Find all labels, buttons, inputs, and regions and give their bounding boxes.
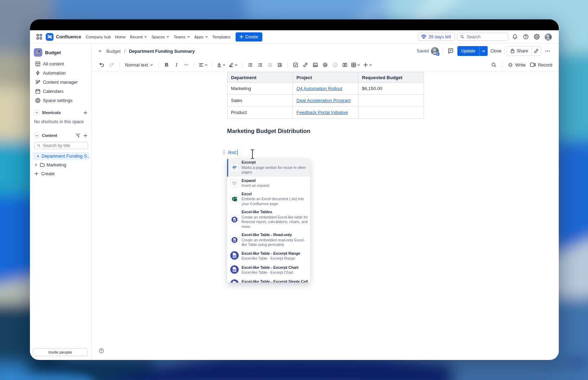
redo-button[interactable] [107, 60, 116, 69]
share-button[interactable]: Share [507, 46, 531, 56]
add-shortcut-icon[interactable] [83, 110, 88, 115]
tree-create-button[interactable]: Create [33, 169, 89, 178]
sidebar-item-automation[interactable]: Automation [30, 68, 91, 77]
page-link[interactable]: Deal Acceleration Program [296, 98, 351, 103]
collaborator-avatar[interactable]: K [431, 47, 439, 55]
settings-button[interactable] [532, 32, 541, 41]
collapse-content-button[interactable] [34, 133, 39, 138]
mention-button[interactable] [320, 60, 330, 69]
editor-help-button[interactable] [99, 348, 104, 355]
confluence-logo[interactable]: Confluence [46, 33, 81, 41]
editor-canvas[interactable]: Department Project Requested Budget Mark… [92, 71, 559, 360]
cell-budget[interactable] [358, 95, 424, 107]
menu-item-excerpt[interactable]: Excerpt Marks a page section for reuse i… [227, 158, 310, 177]
insert-link-button[interactable] [301, 60, 310, 69]
layouts-button[interactable] [340, 60, 349, 69]
global-search-input[interactable] [467, 34, 505, 39]
budget-table[interactable]: Department Project Requested Budget Mark… [227, 72, 424, 119]
notifications-button[interactable] [511, 32, 519, 41]
profile-button[interactable] [543, 32, 553, 42]
breadcrumb-space-link[interactable]: Budget [106, 49, 121, 54]
more-formatting-button[interactable] [182, 60, 191, 69]
nav-home[interactable]: Home [113, 33, 127, 41]
nav-recent[interactable]: Recent [128, 33, 149, 41]
page-link[interactable]: Q4 Automation Rollout [296, 86, 342, 91]
find-replace-button[interactable] [489, 60, 498, 69]
menu-item-excel[interactable]: X Excel Embeds an Excel document (.xls) … [227, 190, 310, 208]
text-style-select[interactable]: Normal text [123, 60, 155, 69]
nav-company-hub[interactable]: Company hub [84, 33, 113, 41]
cell-project[interactable]: Feedback Portal Initiative [293, 107, 358, 119]
add-content-icon[interactable] [83, 133, 88, 138]
slash-command-line[interactable]: /exc [223, 149, 238, 155]
slash-command-text[interactable]: /exc [228, 149, 238, 155]
excel-like-table-read-only-icon [230, 236, 239, 244]
nav-spaces[interactable]: Spaces [150, 33, 171, 41]
menu-item-excel-like-table-read-only[interactable]: Excel-like Table - Read-only Create an e… [227, 231, 310, 249]
menu-item-excel-like-table-excerpt-chart[interactable]: Excel-like Table - Excerpt Chart Excel-l… [227, 263, 310, 277]
sidebar-item-content-manager[interactable]: Content manager [30, 77, 91, 87]
help-button[interactable] [521, 32, 530, 41]
menu-item-expand[interactable]: Expand Insert an expand [227, 177, 310, 190]
cell-budget[interactable]: $6,150.00 [358, 83, 424, 95]
app-switcher-button[interactable] [35, 32, 44, 41]
title-search-input[interactable] [43, 143, 85, 148]
sidebar-item-calendars[interactable]: Calendars [30, 87, 91, 96]
cell-department[interactable]: Product [227, 107, 293, 119]
editor-toolbar: Normal text B I [92, 58, 559, 71]
comments-button[interactable] [446, 46, 455, 56]
copy-link-button[interactable] [531, 46, 541, 56]
column-header-department[interactable]: Department [227, 72, 293, 83]
trial-days-left-button[interactable]: 39 days left [418, 33, 455, 41]
nav-templates[interactable]: Templates [211, 33, 232, 41]
cell-department[interactable]: Marketing [227, 83, 293, 95]
menu-item-excel-like-table-excerpt-range[interactable]: Excel-like Table - Excerpt Range Excel-l… [227, 249, 310, 263]
menu-item-excel-like-tables[interactable]: Excel-like Tables Create an embedded Exc… [227, 208, 310, 231]
record-button[interactable]: Record [528, 60, 555, 69]
text-color-button[interactable] [215, 60, 227, 69]
close-button[interactable]: Close [490, 46, 502, 56]
sidebar-item-space-settings[interactable]: Space settings [30, 96, 91, 105]
highlight-color-button[interactable] [227, 60, 239, 69]
alignment-button[interactable] [198, 60, 209, 69]
tree-item-marketing[interactable]: Marketing [33, 160, 89, 169]
cell-department[interactable]: Sales [227, 95, 293, 107]
undo-button[interactable] [97, 60, 106, 69]
outdent-button[interactable] [265, 60, 274, 69]
filter-icon[interactable] [75, 133, 80, 138]
drag-handle-icon[interactable] [223, 150, 225, 155]
update-options-button[interactable] [479, 46, 488, 56]
cell-project[interactable]: Deal Acceleration Program [293, 95, 358, 107]
italic-button[interactable]: I [172, 60, 181, 69]
emoji-button[interactable] [330, 60, 339, 69]
nav-teams[interactable]: Teams [172, 33, 192, 41]
insert-table-button[interactable] [350, 60, 361, 69]
task-list-button[interactable] [291, 60, 300, 69]
tree-item-department-funding-summary[interactable]: Department Funding S... [33, 152, 89, 160]
page-link[interactable]: Feedback Portal Initiative [296, 110, 348, 115]
update-button[interactable]: Update [457, 46, 479, 56]
invite-people-button[interactable]: Invite people [33, 348, 88, 356]
column-header-project[interactable]: Project [293, 72, 358, 83]
ai-write-button[interactable]: Write [506, 60, 528, 69]
nav-apps[interactable]: Apps [193, 33, 210, 41]
collapse-page-tree-icon[interactable] [98, 49, 102, 53]
sidebar-title-search[interactable] [34, 142, 88, 149]
section-heading[interactable]: Marketing Budget Distribution [227, 128, 311, 134]
insert-more-button[interactable] [362, 60, 373, 69]
create-button[interactable]: Create [236, 32, 263, 42]
global-search[interactable] [457, 33, 508, 41]
column-header-requested-budget[interactable]: Requested Budget [358, 72, 424, 83]
more-actions-button[interactable] [543, 47, 552, 55]
bold-button[interactable]: B [162, 60, 171, 69]
collapse-shortcuts-button[interactable] [34, 110, 39, 115]
indent-button[interactable] [275, 60, 284, 69]
insert-image-button[interactable] [311, 60, 320, 69]
numbered-list-button[interactable]: 12 [255, 60, 264, 69]
cell-budget[interactable] [358, 107, 424, 119]
sidebar-item-all-content[interactable]: All content [30, 59, 91, 68]
menu-item-excel-like-table-excerpt-single-cell[interactable]: Excel-like Table - Excerpt Single Cell E… [227, 277, 310, 283]
bullet-list-button[interactable] [245, 60, 255, 69]
cell-project[interactable]: Q4 Automation Rollout [293, 83, 358, 95]
space-header[interactable]: Budget [30, 48, 91, 57]
